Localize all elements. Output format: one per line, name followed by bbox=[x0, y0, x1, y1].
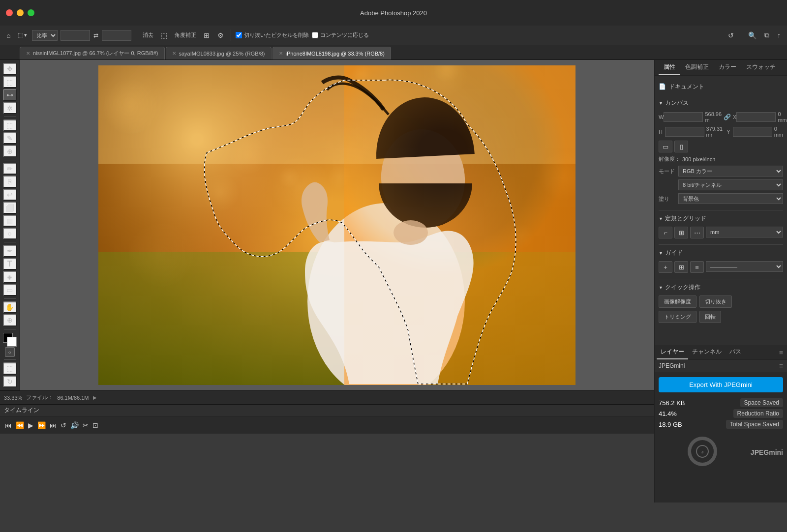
quick-mask-btn[interactable]: ○ bbox=[5, 347, 15, 357]
resolution-label: 解像度： bbox=[659, 155, 680, 163]
crop-icon[interactable]: ⬚ bbox=[158, 30, 170, 40]
hand-tool-btn[interactable]: ✋ bbox=[3, 301, 17, 313]
share-icon[interactable]: ↑ bbox=[775, 30, 783, 40]
tl-prev-btn[interactable]: ⏪ bbox=[15, 420, 25, 430]
ruler-grid-btn[interactable]: ⊞ bbox=[674, 227, 688, 238]
home-button[interactable]: ⌂ bbox=[4, 30, 13, 40]
eyedropper-tool-btn[interactable]: ✎ bbox=[3, 132, 17, 144]
angle-correct-button[interactable]: 角度補正 bbox=[173, 30, 198, 40]
close-button[interactable] bbox=[6, 9, 13, 16]
crop-btn[interactable]: 切り抜き bbox=[699, 296, 732, 308]
image-resolution-btn[interactable]: 画像解像度 bbox=[659, 296, 696, 308]
tab-2-close[interactable]: ✕ bbox=[279, 51, 283, 56]
checkbox-content-aware[interactable]: コンテンツに応じる bbox=[312, 31, 369, 39]
path-selection-btn[interactable]: ◈ bbox=[3, 271, 17, 283]
eraser-tool-btn[interactable]: ⬜ bbox=[3, 202, 17, 213]
tl-loop-btn[interactable]: ↺ bbox=[60, 420, 67, 430]
guides-lines-btn[interactable]: ≡ bbox=[690, 261, 704, 273]
width-input[interactable] bbox=[664, 112, 703, 122]
pen-tool-btn[interactable]: ✒ bbox=[3, 245, 17, 257]
tl-start-btn[interactable]: ⏮ bbox=[4, 420, 13, 430]
dodge-tool-btn[interactable]: ○ bbox=[3, 228, 17, 239]
healing-tool-btn[interactable]: ⊕ bbox=[3, 145, 17, 157]
screen-mode-btn[interactable]: ⬚ bbox=[3, 362, 17, 374]
rotate-view-btn[interactable]: ↻ bbox=[3, 376, 17, 387]
tl-render-btn[interactable]: ⊡ bbox=[91, 420, 99, 430]
y-input[interactable] bbox=[733, 127, 772, 137]
history-brush-btn[interactable]: ↩ bbox=[3, 189, 17, 201]
document-label: ドキュメント bbox=[669, 80, 704, 93]
rotate-button[interactable]: ↺ bbox=[726, 30, 736, 40]
checkbox-crop-pixels[interactable]: 切り抜いたピクセルを削除 bbox=[236, 31, 309, 39]
settings-icon[interactable]: ⚙ bbox=[215, 30, 226, 40]
tab-0[interactable]: ✕ nissinIMGL1077.jpg @ 66.7% (レイヤー 0, RG… bbox=[20, 47, 165, 59]
portrait-btn[interactable]: ▭ bbox=[659, 141, 672, 152]
tab-0-close[interactable]: ✕ bbox=[26, 51, 30, 56]
delete-button[interactable]: 消去 bbox=[141, 30, 155, 40]
brush-tool-btn[interactable]: ✏ bbox=[3, 163, 17, 175]
x-value: 0 mm bbox=[778, 111, 787, 123]
swap-icon[interactable]: ⇄ bbox=[91, 31, 101, 40]
crop-tool-btn[interactable]: ⬚ bbox=[3, 119, 17, 131]
export-with-jpegmini-btn[interactable]: Export With JPEGmini bbox=[659, 377, 783, 392]
layers-menu-icon[interactable]: ≡ bbox=[777, 347, 785, 358]
rpanel-tab-attributes[interactable]: 属性 bbox=[659, 60, 680, 75]
x-input[interactable] bbox=[736, 112, 776, 122]
shape-tool-btn[interactable]: ▭ bbox=[3, 284, 17, 296]
grid-icon[interactable]: ⊞ bbox=[201, 30, 212, 40]
zoom-input2[interactable] bbox=[102, 30, 131, 41]
minimize-button[interactable] bbox=[17, 9, 24, 16]
zoom-input[interactable] bbox=[61, 30, 90, 41]
jpegmini-subheader-menu[interactable]: ≡ bbox=[779, 362, 783, 370]
tl-audio-btn[interactable]: 🔊 bbox=[69, 420, 80, 430]
maximize-button[interactable] bbox=[28, 9, 34, 16]
height-input[interactable] bbox=[665, 127, 704, 137]
guides-plus-btn[interactable]: + bbox=[659, 261, 672, 273]
bit-select[interactable]: 8 bit/チャンネル bbox=[678, 179, 783, 190]
selection-mode-button[interactable]: ⬚ ▾ bbox=[16, 31, 29, 39]
zoom-select[interactable]: 比率 bbox=[32, 30, 58, 41]
lasso-tool-btn[interactable]: ⊷ bbox=[3, 89, 17, 101]
rpanel-tab-color[interactable]: カラー bbox=[714, 60, 741, 75]
rotate-btn[interactable]: 回転 bbox=[699, 311, 721, 323]
layers-tab-paths[interactable]: パス bbox=[726, 345, 745, 359]
orientation-row: ▭ ▯ bbox=[659, 141, 783, 152]
ruler-dots-btn[interactable]: ⋯ bbox=[690, 227, 704, 238]
landscape-btn[interactable]: ▯ bbox=[674, 141, 688, 152]
tab-1[interactable]: ✕ sayaIMGL0833.jpg @ 25% (RGB/8) bbox=[166, 47, 272, 59]
zoom-tool-btn[interactable]: ⊕ bbox=[3, 314, 17, 326]
rpanel-tab-swatches[interactable]: スウォッチ bbox=[741, 60, 781, 75]
tab-2[interactable]: ✕ iPhone8IMGL8198.jpg @ 33.3% (RGB/8) bbox=[272, 47, 391, 59]
width-row: W 568.96 m 🔗 X 0 mm bbox=[659, 111, 783, 123]
clone-tool-btn[interactable]: ⎘ bbox=[3, 176, 17, 187]
ruler-unit-select[interactable]: mm bbox=[706, 227, 783, 237]
trim-btn[interactable]: トリミング bbox=[659, 311, 696, 323]
gradient-tool-btn[interactable]: ▦ bbox=[3, 215, 17, 227]
layers-tab-layers[interactable]: レイヤー bbox=[657, 345, 688, 359]
crop-pixels-checkbox[interactable] bbox=[236, 32, 242, 38]
content-aware-checkbox[interactable] bbox=[312, 32, 318, 38]
guides-grid-btn[interactable]: ⊞ bbox=[674, 261, 688, 273]
layers-tabs: レイヤー チャンネル パス ≡ bbox=[655, 345, 787, 360]
arrange-icon[interactable]: ⧉ bbox=[762, 30, 772, 40]
tl-end-btn[interactable]: ⏭ bbox=[49, 420, 58, 430]
tl-play-btn[interactable]: ▶ bbox=[27, 420, 34, 430]
crop-pixels-label: 切り抜いたピクセルを削除 bbox=[244, 31, 309, 39]
tab-1-close[interactable]: ✕ bbox=[172, 51, 176, 56]
fill-select[interactable]: 背景色 bbox=[678, 193, 783, 204]
tl-next-btn[interactable]: ⏩ bbox=[36, 420, 47, 430]
tl-mute-btn[interactable]: ✂ bbox=[82, 420, 90, 430]
text-tool-btn[interactable]: T bbox=[3, 258, 17, 270]
image-canvas bbox=[98, 65, 575, 385]
move-tool-btn[interactable]: ✥ bbox=[3, 63, 17, 75]
search-icon[interactable]: 🔍 bbox=[746, 30, 759, 40]
mode-select[interactable]: RGB カラー bbox=[678, 166, 783, 177]
rpanel-tab-adjustments[interactable]: 色調補正 bbox=[680, 60, 714, 75]
magic-wand-tool-btn[interactable]: ✲ bbox=[3, 102, 17, 114]
layers-tab-channels[interactable]: チャンネル bbox=[688, 345, 726, 359]
ruler-corner-btn[interactable]: ⌐ bbox=[659, 227, 672, 238]
canvas-area[interactable]: .selection-path { fill: none; stroke: wh… bbox=[20, 60, 654, 390]
selection-rect-tool-btn[interactable]: ⬚ bbox=[3, 76, 17, 88]
foreground-color[interactable] bbox=[3, 333, 17, 345]
guides-style-select[interactable]: ————— bbox=[706, 261, 783, 272]
